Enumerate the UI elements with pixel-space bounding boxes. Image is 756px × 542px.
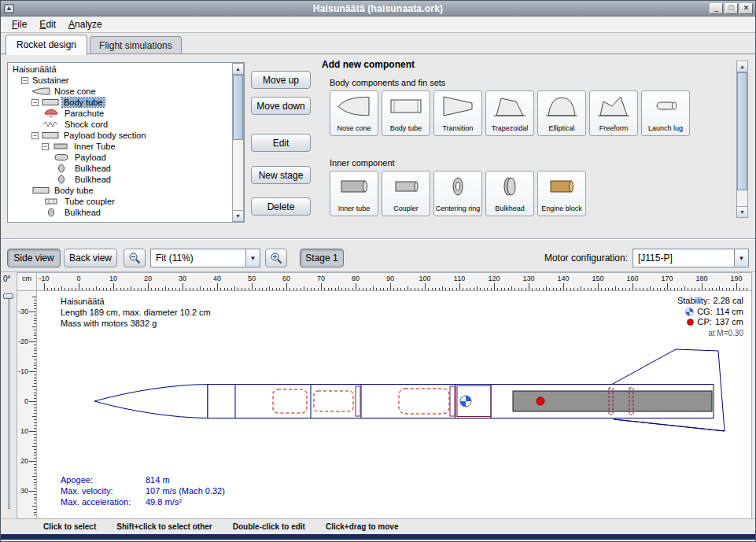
tree-item-inner-tube[interactable]: −Inner Tube bbox=[8, 141, 232, 152]
tab-rocket-design[interactable]: Rocket design bbox=[6, 35, 87, 55]
add-freeform-button[interactable]: Freeform bbox=[589, 90, 638, 136]
tree-item-label: Inner Tube bbox=[72, 142, 117, 151]
trapezoidal-icon bbox=[492, 94, 527, 119]
bulkhead-icon bbox=[52, 164, 71, 173]
tree-expander-icon[interactable]: − bbox=[31, 99, 39, 106]
add-engine-block-button[interactable]: Engine block bbox=[537, 171, 586, 216]
tree-item-parachute[interactable]: Parachute bbox=[8, 108, 232, 119]
menu-edit[interactable]: Edit bbox=[33, 17, 62, 31]
add-transition-button[interactable]: Transition bbox=[433, 90, 482, 136]
menu-analyze[interactable]: Analyze bbox=[62, 17, 109, 31]
zoom-out-icon bbox=[128, 252, 141, 264]
tree-expander-icon[interactable]: − bbox=[31, 132, 39, 139]
zoom-select[interactable]: Fit (11%) ▼ bbox=[150, 249, 260, 267]
move-up-button[interactable]: Move up bbox=[251, 71, 311, 89]
main-window: Haisunäätä (haisunaata.ork) _ □ ✕ File E… bbox=[0, 0, 756, 542]
tree-scrollbar-track[interactable] bbox=[233, 75, 243, 210]
bulkhead-icon bbox=[42, 208, 61, 217]
tree-item-tube-coupler[interactable]: Tube coupler bbox=[8, 196, 232, 207]
zoom-in-button[interactable] bbox=[265, 249, 287, 267]
add-bulkhead-button[interactable]: Bulkhead bbox=[485, 171, 534, 216]
motor-configuration-label: Motor configuration: bbox=[544, 245, 628, 271]
palette-button-label: Bulkhead bbox=[494, 205, 526, 216]
palette-scrollbar-thumb[interactable] bbox=[737, 72, 747, 190]
palette-button-label: Centering ring bbox=[435, 205, 481, 216]
add-nose-cone-button[interactable]: Nose cone bbox=[330, 90, 378, 136]
rocket-canvas[interactable]: Haisunäätä Length 189 cm, max. diameter … bbox=[36, 291, 752, 519]
palette-button-label: Inner tube bbox=[337, 205, 371, 216]
max-velocity-value: 107 m/s (Mach 0.32) bbox=[146, 485, 225, 496]
rotation-angle-label: 0° bbox=[3, 275, 11, 283]
max-acceleration-value: 49.8 m/s² bbox=[146, 496, 182, 507]
maximize-button[interactable]: □ bbox=[725, 3, 738, 14]
delete-button[interactable]: Delete bbox=[251, 197, 311, 216]
palette-scrollbar-track[interactable] bbox=[737, 72, 747, 206]
scroll-up-icon[interactable]: ▲ bbox=[233, 64, 243, 75]
tree-item-haisun-t-[interactable]: Haisunäätä bbox=[8, 64, 232, 75]
app-icon bbox=[4, 3, 15, 14]
move-down-button[interactable]: Move down bbox=[251, 97, 311, 115]
bodytube-icon bbox=[31, 186, 50, 195]
add-coupler-button[interactable]: Coupler bbox=[382, 171, 430, 216]
palette-row-1: Nose coneBody tubeTransitionTrapezoidalE… bbox=[330, 90, 690, 136]
tree-scrollbar-thumb[interactable] bbox=[233, 75, 243, 140]
tree-expander-icon[interactable]: − bbox=[21, 77, 28, 84]
bulkhead-icon bbox=[492, 174, 527, 199]
new-stage-button[interactable]: New stage bbox=[251, 166, 311, 184]
bodytube-icon bbox=[41, 131, 60, 140]
tree-item-bulkhead[interactable]: Bulkhead bbox=[8, 174, 232, 185]
minimize-button[interactable]: _ bbox=[710, 3, 723, 14]
add-body-tube-button[interactable]: Body tube bbox=[382, 90, 430, 136]
cg-icon bbox=[685, 308, 694, 316]
motor-configuration-select[interactable]: [J115-P] ▼ bbox=[632, 249, 749, 267]
scroll-down-icon[interactable]: ▼ bbox=[737, 206, 747, 217]
palette-button-label: Freeform bbox=[599, 125, 629, 135]
stability-value: 2.28 cal bbox=[713, 296, 743, 307]
tree-item-payload-body-section[interactable]: −Payload body section bbox=[8, 130, 232, 141]
tree-item-body-tube[interactable]: Body tube bbox=[8, 185, 232, 196]
horizontal-splitter[interactable] bbox=[1, 238, 755, 245]
add-elliptical-button[interactable]: Elliptical bbox=[537, 90, 586, 136]
tree-item-nose-cone[interactable]: Nose cone bbox=[8, 86, 232, 97]
tree-item-sustainer[interactable]: −Sustainer bbox=[8, 75, 232, 86]
tree-item-shock-cord[interactable]: Shock cord bbox=[8, 119, 232, 130]
tree-scrollbar[interactable]: ▲ ▼ bbox=[232, 63, 244, 222]
add-launch-lug-button[interactable]: Launch lug bbox=[641, 90, 690, 136]
side-view-button[interactable]: Side view bbox=[7, 249, 61, 267]
tree-item-bulkhead[interactable]: Bulkhead bbox=[8, 163, 232, 174]
window-bottom-edge bbox=[1, 534, 755, 540]
tree-item-payload[interactable]: Payload bbox=[8, 152, 232, 163]
menu-file[interactable]: File bbox=[6, 17, 33, 31]
add-inner-tube-button[interactable]: Inner tube bbox=[330, 171, 378, 216]
stage1-toggle[interactable]: Stage 1 bbox=[300, 249, 344, 267]
scroll-up-icon[interactable]: ▲ bbox=[737, 61, 747, 72]
back-view-button[interactable]: Back view bbox=[64, 249, 117, 267]
scroll-down-icon[interactable]: ▼ bbox=[233, 210, 243, 221]
add-component-panel: Add new component Body components and fi… bbox=[315, 59, 748, 234]
palette-scrollbar[interactable]: ▲ ▼ bbox=[736, 61, 748, 218]
motor-configuration-value: [J115-P] bbox=[633, 249, 734, 267]
tree-item-label: Parachute bbox=[63, 109, 105, 118]
tab-flight-simulations[interactable]: Flight simulations bbox=[90, 36, 182, 54]
edit-button[interactable]: Edit bbox=[251, 134, 311, 152]
rotation-slider-track[interactable] bbox=[8, 296, 10, 509]
titlebar[interactable]: Haisunäätä (haisunaata.ork) _ □ ✕ bbox=[1, 1, 755, 17]
add-trapezoidal-button[interactable]: Trapezoidal bbox=[485, 90, 534, 136]
mach-note: at M=0.30 bbox=[708, 328, 743, 339]
add-centering-ring-button[interactable]: Centering ring bbox=[433, 171, 482, 216]
cg-value: 114 cm bbox=[716, 307, 743, 318]
tree-expander-icon[interactable]: − bbox=[42, 143, 49, 150]
tree-item-body-tube[interactable]: −Body tube bbox=[8, 97, 232, 108]
palette-button-label: Launch lug bbox=[647, 125, 684, 135]
component-tree[interactable]: Haisunäätä−SustainerNose cone−Body tubeP… bbox=[8, 64, 232, 222]
elliptical-icon bbox=[544, 94, 579, 119]
palette-button-label: Elliptical bbox=[548, 125, 575, 135]
close-button[interactable]: ✕ bbox=[739, 3, 753, 14]
tree-item-label: Nose cone bbox=[53, 87, 98, 96]
rotation-slider-handle[interactable] bbox=[3, 293, 13, 299]
tree-item-bulkhead[interactable]: Bulkhead bbox=[8, 207, 232, 218]
stability-label: Stability: bbox=[677, 296, 710, 307]
palette-button-label: Body tube bbox=[389, 125, 423, 135]
zoom-out-button[interactable] bbox=[124, 249, 146, 267]
zoom-in-icon bbox=[270, 252, 282, 264]
